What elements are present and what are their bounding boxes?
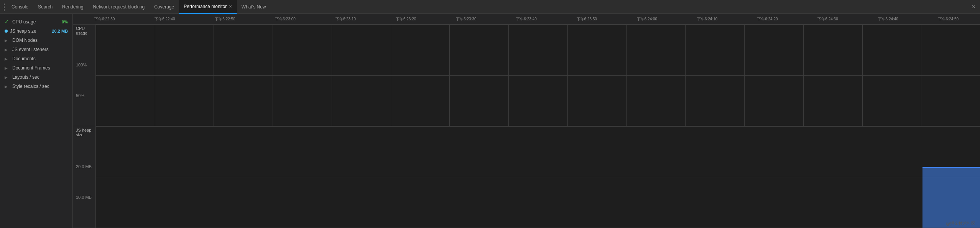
sidebar-item-dom-nodes[interactable]: ▶ DOM Nodes <box>0 36 72 45</box>
time-tick: 下午6:23:10 <box>316 17 376 22</box>
attribution: @掘金技术社区 <box>946 221 975 226</box>
check-icon-cpu: ✓ <box>5 19 10 25</box>
arrow-icon-doc-frames: ▶ <box>5 66 10 70</box>
v-grid-line <box>626 25 627 126</box>
sidebar-item-document-frames[interactable]: ▶ Document Frames <box>0 63 72 73</box>
dot-icon-js-heap <box>5 30 8 33</box>
time-tick: 下午6:23:00 <box>255 17 316 22</box>
time-tick: 下午6:23:40 <box>496 17 556 22</box>
time-tick: 下午6:23:20 <box>376 17 436 22</box>
chart-area: 下午6:22:30下午6:22:40下午6:22:50下午6:23:00下午6:… <box>73 14 980 228</box>
js-grid-line-top <box>96 126 980 127</box>
tab-performance-monitor[interactable]: Performance monitor × <box>179 0 237 14</box>
v-grid-line <box>567 25 568 126</box>
main-layout: ✓ CPU usage 0% JS heap size 20.2 MB ▶ DO… <box>0 14 980 228</box>
sidebar-item-documents[interactable]: ▶ Documents <box>0 54 72 63</box>
v-grid-line <box>862 25 863 126</box>
v-grid-line <box>685 25 686 126</box>
v-grid-line <box>508 25 509 126</box>
js-heap-top-line <box>922 167 980 168</box>
tab-close-performance-monitor[interactable]: × <box>229 3 232 9</box>
tab-whats-new[interactable]: What's New <box>237 0 271 14</box>
time-tick: 下午6:24:40 <box>858 17 918 22</box>
cpu-y-axis: CPU usage 100% 50% <box>73 25 96 126</box>
v-grid-line <box>803 25 804 126</box>
tab-search[interactable]: Search <box>33 0 58 14</box>
arrow-icon-layouts: ▶ <box>5 75 10 79</box>
drag-handle[interactable] <box>2 3 7 11</box>
js-heap-chart-panel: JS heap size 20.0 MB 10.0 MB <box>73 126 980 228</box>
sidebar-item-layouts-sec[interactable]: ▶ Layouts / sec <box>0 73 72 82</box>
v-grid-line <box>921 25 921 126</box>
time-tick: 下午6:23:30 <box>436 17 496 22</box>
v-grid-line <box>391 25 391 126</box>
arrow-icon-documents: ▶ <box>5 57 10 61</box>
js-heap-fill-area <box>922 167 980 228</box>
time-tick: 下午6:24:30 <box>797 17 858 22</box>
arrow-icon-style-recalcs: ▶ <box>5 84 10 89</box>
sidebar-item-js-event-listeners[interactable]: ▶ JS event listeners <box>0 45 72 54</box>
time-axis: 下午6:22:30下午6:22:40下午6:22:50下午6:23:00下午6:… <box>73 14 980 25</box>
js-grid-line-mid <box>96 177 980 177</box>
time-tick: 下午6:22:40 <box>135 17 195 22</box>
cpu-chart-svg <box>96 25 980 126</box>
tab-coverage[interactable]: Coverage <box>150 0 179 14</box>
js-heap-badge: 20.2 MB <box>52 29 68 33</box>
tab-network-request-blocking[interactable]: Network request blocking <box>88 0 150 14</box>
js-heap-chart-grid <box>96 126 980 228</box>
v-grid-line <box>449 25 450 126</box>
time-tick: 下午6:22:50 <box>195 17 255 22</box>
sidebar: ✓ CPU usage 0% JS heap size 20.2 MB ▶ DO… <box>0 14 73 228</box>
cpu-chart-grid <box>96 25 980 126</box>
cpu-usage-badge: 0% <box>62 20 68 24</box>
tab-bar: Console Search Rendering Network request… <box>0 0 980 14</box>
window-close-button[interactable]: × <box>972 3 975 10</box>
time-tick: 下午6:24:50 <box>918 17 978 22</box>
js-heap-y-axis: JS heap size 20.0 MB 10.0 MB <box>73 126 96 228</box>
tab-console[interactable]: Console <box>7 0 33 14</box>
v-grid-line <box>155 25 155 126</box>
v-grid-line <box>744 25 745 126</box>
sidebar-item-style-recalcs[interactable]: ▶ Style recalcs / sec <box>0 82 72 91</box>
time-tick: 下午6:24:20 <box>737 17 797 22</box>
time-tick: 下午6:24:10 <box>677 17 737 22</box>
sidebar-item-js-heap-size[interactable]: JS heap size 20.2 MB <box>0 26 72 36</box>
time-tick: 下午6:23:50 <box>557 17 617 22</box>
cpu-chart-panel: CPU usage 100% 50% <box>73 25 980 126</box>
v-grid-line <box>214 25 214 126</box>
arrow-icon-js-event: ▶ <box>5 48 10 52</box>
charts-container: CPU usage 100% 50% <box>73 25 980 228</box>
v-grid-line <box>96 25 96 126</box>
time-tick: 下午6:22:30 <box>74 17 135 22</box>
tab-rendering[interactable]: Rendering <box>58 0 88 14</box>
v-grid-line <box>332 25 332 126</box>
time-tick: 下午6:24:00 <box>617 17 677 22</box>
arrow-icon-dom-nodes: ▶ <box>5 38 10 43</box>
sidebar-item-cpu-usage[interactable]: ✓ CPU usage 0% <box>0 17 72 26</box>
v-grid-line <box>273 25 273 126</box>
